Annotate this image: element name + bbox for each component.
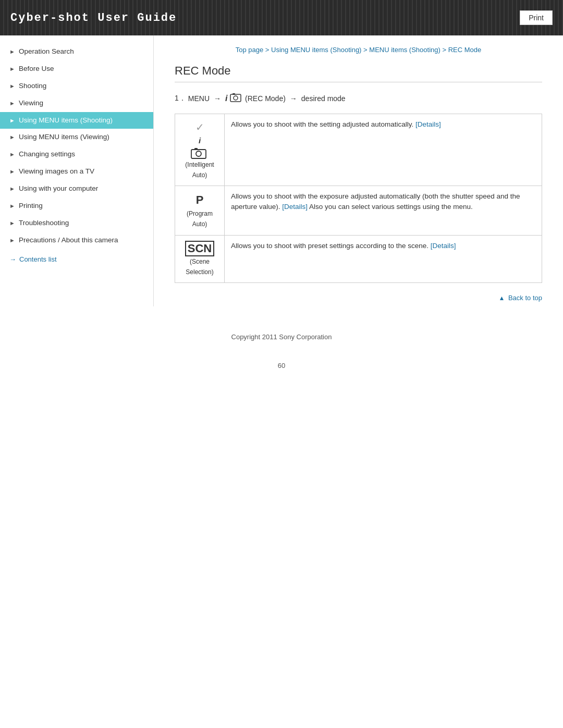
step-arrow1: → xyxy=(214,94,221,103)
ia-icon-cell: ✓ i (IntelligentAuto) xyxy=(175,114,225,186)
svg-point-5 xyxy=(196,151,201,156)
sidebar-item-label: Viewing xyxy=(19,98,148,108)
p-details-link[interactable]: [Details] xyxy=(282,203,308,211)
step-rec-mode-label: (REC Mode) xyxy=(245,94,286,103)
sidebar-arrow-icon: ► xyxy=(9,237,15,244)
ia-label: (IntelligentAuto) xyxy=(185,161,214,179)
scn-description-cell: Allows you to shoot with preset settings… xyxy=(225,235,542,283)
step-number: 1． xyxy=(175,94,186,103)
sidebar-arrow-icon: ► xyxy=(9,100,15,107)
table-row: ✓ i (IntelligentAuto) Allows you to shoo… xyxy=(175,114,542,186)
sidebar-arrow-icon: ► xyxy=(9,48,15,56)
breadcrumb-sep3: > xyxy=(442,46,448,54)
sidebar-item-changing-settings[interactable]: ► Changing settings xyxy=(0,146,153,163)
svg-rect-3 xyxy=(232,93,235,95)
sidebar-item-label: Changing settings xyxy=(19,150,148,159)
rec-mode-table: ✓ i (IntelligentAuto) Allows you to shoo… xyxy=(175,114,542,283)
checkmark-icon: ✓ xyxy=(181,119,218,135)
breadcrumb-current: REC Mode xyxy=(448,46,482,54)
sidebar-item-label: Operation Search xyxy=(19,47,148,57)
p-icon: P xyxy=(196,193,204,206)
triangle-up-icon: ▲ xyxy=(498,294,505,302)
ia-details-link[interactable]: [Details] xyxy=(415,120,441,128)
scn-icon: SCN xyxy=(185,241,214,256)
sidebar-item-using-menu-shooting[interactable]: ► Using MENU items (Shooting) xyxy=(0,112,153,129)
step-desired-mode: desired mode xyxy=(301,94,346,103)
ia-icon: i xyxy=(181,135,218,147)
back-to-top-label: Back to top xyxy=(508,294,542,302)
sidebar-item-operation-search[interactable]: ► Operation Search xyxy=(0,43,153,60)
print-button[interactable]: Print xyxy=(520,10,553,25)
step-instruction: 1． MENU → i (REC Mode) → desired mode xyxy=(175,93,542,104)
sidebar-arrow-icon: ► xyxy=(9,151,15,158)
sidebar-arrow-icon: ► xyxy=(9,219,15,227)
sidebar: ► Operation Search► Before Use► Shooting… xyxy=(0,35,154,306)
breadcrumb-menu-items-shooting[interactable]: MENU items (Shooting) xyxy=(369,46,440,54)
sidebar-item-viewing-images-tv[interactable]: ► Viewing images on a TV xyxy=(0,163,153,180)
sidebar-item-shooting[interactable]: ► Shooting xyxy=(0,78,153,95)
svg-point-2 xyxy=(234,96,238,100)
contents-list-link[interactable]: Contents list xyxy=(19,255,57,263)
page-header: Cyber-shot User Guide Print xyxy=(0,0,563,35)
step-arrow2: → xyxy=(290,94,297,103)
sidebar-item-label: Using MENU items (Viewing) xyxy=(19,132,148,142)
page-title: REC Mode xyxy=(175,64,542,82)
breadcrumb-sep1: > xyxy=(265,46,271,54)
scn-icon-cell: SCN (SceneSelection) xyxy=(175,235,225,283)
svg-rect-1 xyxy=(230,94,241,102)
sidebar-arrow-icon: ► xyxy=(9,82,15,90)
sidebar-item-label: Using MENU items (Shooting) xyxy=(19,116,148,126)
scn-details-link[interactable]: [Details] xyxy=(431,242,456,250)
sidebar-arrow-icon: ► xyxy=(9,202,15,210)
content-area: Top page > Using MENU items (Shooting) >… xyxy=(154,35,563,317)
sidebar-item-viewing[interactable]: ► Viewing xyxy=(0,95,153,112)
sidebar-footer: → Contents list xyxy=(0,249,153,269)
p-description-cell: Allows you to shoot with the exposure ad… xyxy=(225,186,542,236)
sidebar-item-using-computer[interactable]: ► Using with your computer xyxy=(0,180,153,198)
p-label: (ProgramAuto) xyxy=(187,210,213,228)
sidebar-arrow-icon: ► xyxy=(9,185,15,193)
back-to-top-link[interactable]: ▲ Back to top xyxy=(498,294,542,302)
app-title: Cyber-shot User Guide xyxy=(10,11,177,24)
p-icon-cell: P (ProgramAuto) xyxy=(175,186,225,236)
copyright-text: Copyright 2011 Sony Corporation xyxy=(231,333,332,341)
svg-rect-6 xyxy=(194,148,198,150)
rec-mode-icon: i xyxy=(225,93,243,104)
main-layout: ► Operation Search► Before Use► Shooting… xyxy=(0,35,563,317)
ia-camera-icon xyxy=(190,147,209,159)
breadcrumb-top-page[interactable]: Top page xyxy=(236,46,264,54)
sidebar-item-troubleshooting[interactable]: ► Troubleshooting xyxy=(0,215,153,232)
sidebar-item-precautions[interactable]: ► Precautions / About this camera xyxy=(0,232,153,249)
page-number: 60 xyxy=(0,362,563,369)
sidebar-item-label: Printing xyxy=(19,201,148,211)
camera-icon-svg: i xyxy=(225,93,243,104)
step-menu-text: MENU xyxy=(188,94,210,103)
breadcrumb-using-menu-shooting[interactable]: Using MENU items (Shooting) xyxy=(271,46,361,54)
sidebar-item-label: Troubleshooting xyxy=(19,218,148,228)
sidebar-arrow-icon: ► xyxy=(9,65,15,73)
table-row: P (ProgramAuto) Allows you to shoot with… xyxy=(175,186,542,236)
sidebar-item-label: Using with your computer xyxy=(19,184,148,194)
sidebar-item-label: Precautions / About this camera xyxy=(19,236,148,245)
ia-description-cell: Allows you to shoot with the setting adj… xyxy=(225,114,542,186)
svg-text:i: i xyxy=(225,94,228,103)
sidebar-item-label: Shooting xyxy=(19,81,148,91)
page-footer: Copyright 2011 Sony Corporation xyxy=(0,333,563,351)
sidebar-item-using-menu-viewing[interactable]: ► Using MENU items (Viewing) xyxy=(0,129,153,146)
back-to-top-row: ▲ Back to top xyxy=(175,293,542,302)
sidebar-item-label: Viewing images on a TV xyxy=(19,167,148,177)
sidebar-arrow-icon: ► xyxy=(9,133,15,141)
table-row: SCN (SceneSelection) Allows you to shoot… xyxy=(175,235,542,283)
sidebar-item-before-use[interactable]: ► Before Use xyxy=(0,60,153,78)
sidebar-arrow-icon: ► xyxy=(9,117,15,125)
breadcrumb: Top page > Using MENU items (Shooting) >… xyxy=(175,46,542,54)
scn-label: (SceneSelection) xyxy=(186,258,213,276)
breadcrumb-sep2: > xyxy=(363,46,369,54)
sidebar-arrow-icon: ► xyxy=(9,168,15,176)
contents-arrow-icon: → xyxy=(9,255,16,263)
sidebar-item-label: Before Use xyxy=(19,64,148,74)
sidebar-item-printing[interactable]: ► Printing xyxy=(0,198,153,215)
